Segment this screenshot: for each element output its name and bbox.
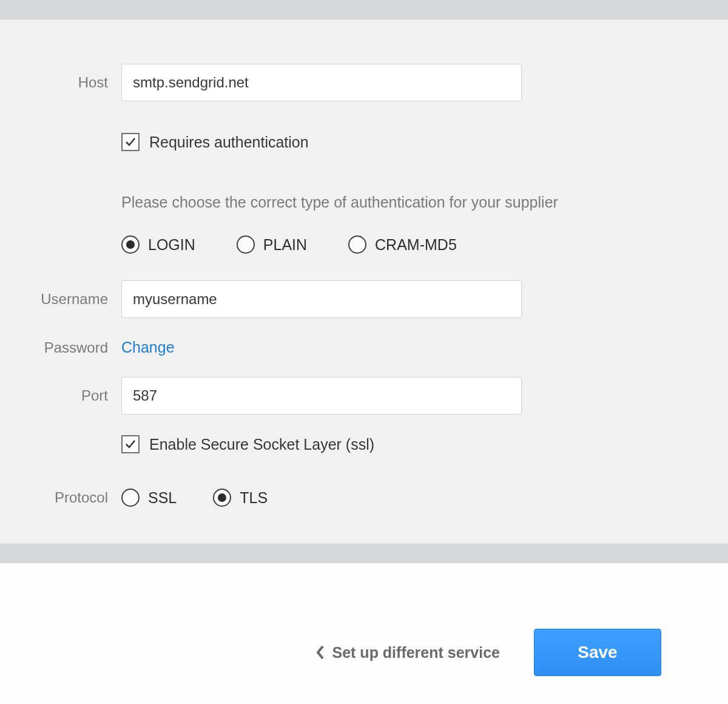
auth-type-plain-radio[interactable] [237,235,255,254]
protocol-tls-label: TLS [240,489,268,507]
password-label: Password [12,339,121,356]
footer-accent [0,544,728,563]
host-input[interactable] [121,64,522,101]
auth-type-group: LOGIN PLAIN CRAM-MD5 [121,235,457,254]
header-accent [0,0,728,19]
setup-different-service-link[interactable]: Set up different service [315,644,500,662]
save-button[interactable]: Save [534,629,661,676]
port-input[interactable] [121,377,522,415]
requires-auth-checkbox[interactable] [121,133,140,151]
chevron-left-icon [315,645,325,660]
auth-type-cram-label: CRAM-MD5 [375,236,457,254]
host-label: Host [12,74,121,91]
setup-different-service-label: Set up different service [332,644,500,662]
requires-auth-label: Requires authentication [149,134,309,151]
auth-helper-text: Please choose the correct type of authen… [121,194,558,211]
check-icon [124,136,136,148]
auth-type-login-radio[interactable] [121,235,140,254]
protocol-group: SSL TLS [121,489,268,507]
protocol-ssl-radio[interactable] [121,489,140,507]
enable-ssl-checkbox[interactable] [121,435,140,453]
username-input[interactable] [121,280,522,318]
protocol-ssl-label: SSL [148,489,177,507]
check-icon [124,438,136,450]
protocol-label: Protocol [12,489,121,506]
auth-type-plain-label: PLAIN [263,236,307,254]
settings-panel: Host Requires authentication Please choo… [0,19,728,544]
protocol-tls-radio[interactable] [213,489,231,507]
auth-type-login-label: LOGIN [148,236,195,254]
password-change-link[interactable]: Change [121,339,175,356]
enable-ssl-label: Enable Secure Socket Layer (ssl) [149,436,374,453]
username-label: Username [12,291,121,308]
footer: Set up different service Save [0,595,728,676]
port-label: Port [12,387,121,404]
auth-type-cram-radio[interactable] [348,235,366,254]
